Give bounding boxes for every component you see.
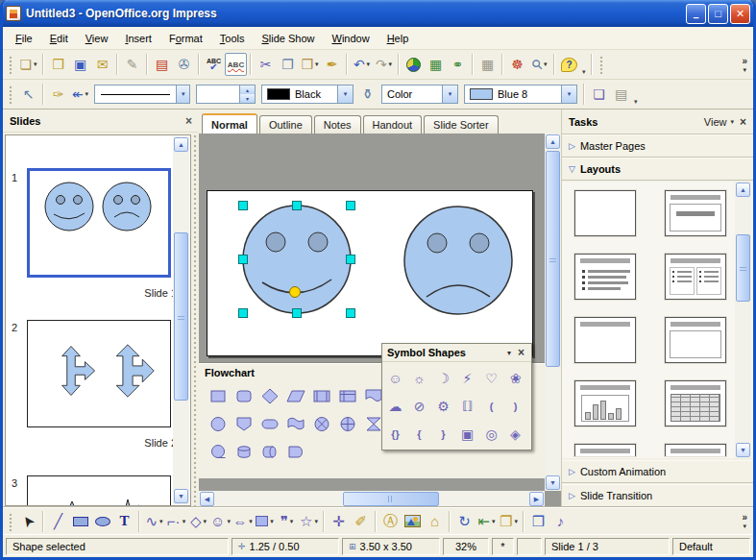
flowchart-delay-icon[interactable] xyxy=(282,437,308,465)
menu-window[interactable]: Window xyxy=(324,30,378,47)
palette-close-icon[interactable]: × xyxy=(516,346,526,359)
line-style-combo[interactable]: ▾ xyxy=(94,85,190,104)
menu-insert[interactable]: Insert xyxy=(116,30,160,47)
zoom-level-field[interactable]: 32% xyxy=(443,538,489,555)
flowchart-sequential-access-icon[interactable] xyxy=(205,437,231,465)
symbol-right-brace-icon[interactable]: } xyxy=(431,420,455,448)
slide-workspace[interactable]: Flowchart xyxy=(199,134,561,507)
flowchart-data-icon[interactable] xyxy=(282,381,308,409)
edit-file-button[interactable]: ✎ xyxy=(121,53,143,76)
rotate-button[interactable]: ↻ xyxy=(453,510,476,533)
width-up-arrow[interactable]: ▴ xyxy=(240,85,255,94)
scroll-left-arrow[interactable]: ◀ xyxy=(200,492,214,506)
spellcheck-button[interactable]: ABC✔ xyxy=(203,53,225,76)
email-button[interactable]: ✉ xyxy=(91,53,113,76)
tab-handout[interactable]: Handout xyxy=(363,115,423,134)
line-color-dropdown[interactable]: ▾ xyxy=(337,85,353,103)
tab-notes[interactable]: Notes xyxy=(314,115,361,134)
stars-tool[interactable]: ☆▾ xyxy=(298,510,320,533)
navigator-button[interactable]: ☸ xyxy=(506,53,528,76)
cut-button[interactable]: ✂ xyxy=(255,53,277,76)
fill-color-combo[interactable]: Blue 8 ▾ xyxy=(464,85,577,104)
scroll-up-arrow[interactable]: ▲ xyxy=(546,134,560,149)
paste-button[interactable]: ❒▾ xyxy=(299,53,321,76)
curve-tool[interactable]: ∿▾ xyxy=(143,510,165,533)
symbol-double-brace-icon[interactable]: {} xyxy=(383,420,407,448)
alignment-button[interactable]: ⇤▾ xyxy=(476,510,498,533)
scroll-up-arrow[interactable]: ▲ xyxy=(736,183,750,197)
symbol-heart-icon[interactable]: ♡ xyxy=(479,364,503,392)
slide-2-thumbnail[interactable] xyxy=(27,320,171,427)
line-tool[interactable]: ╱ xyxy=(47,510,69,533)
arrange-button[interactable]: ❐▾ xyxy=(498,510,520,533)
menu-file[interactable]: File xyxy=(7,30,41,47)
flowchart-summing-junction-icon[interactable] xyxy=(308,409,334,437)
fill-style-button[interactable]: ⚱ xyxy=(356,83,378,106)
section-slide-transition[interactable]: ▷ Slide Transition xyxy=(562,484,753,507)
arrow-style-button[interactable]: ↞▾ xyxy=(69,83,91,106)
toolbar-options-arrow[interactable]: ▾ xyxy=(634,98,638,106)
toolbar-overflow[interactable]: »▾ xyxy=(742,57,747,73)
tab-outline[interactable]: Outline xyxy=(259,115,312,134)
flowchart-tool[interactable]: ▾ xyxy=(254,510,276,533)
fontwork-button[interactable]: Ⓐ xyxy=(379,510,402,533)
flowchart-process-icon[interactable] xyxy=(205,381,231,409)
chart-button[interactable] xyxy=(402,53,425,76)
line-color-combo[interactable]: Black ▾ xyxy=(261,85,354,104)
panel-splitter[interactable] xyxy=(192,134,199,507)
title-bar[interactable]: Untitled3 - OpenOffice.org Impress – □ ✕ xyxy=(0,0,756,27)
hyperlink-button[interactable]: ⚭ xyxy=(447,53,469,76)
format-paintbrush-button[interactable]: ✒ xyxy=(321,53,343,76)
flowchart-alternate-process-icon[interactable] xyxy=(231,381,256,409)
copy-button[interactable]: ❐ xyxy=(277,53,299,76)
toolbar-overflow[interactable]: »▾ xyxy=(742,513,747,529)
symbol-lightning-icon[interactable]: ⚡ xyxy=(455,364,479,392)
line-width-spinner[interactable]: ▴▾ xyxy=(196,85,256,104)
layout-option-title-table[interactable] xyxy=(665,380,726,426)
symbol-left-brace-icon[interactable]: { xyxy=(407,420,431,448)
symbol-flower-icon[interactable]: ❀ xyxy=(503,364,527,392)
flowchart-decision-icon[interactable] xyxy=(256,381,282,409)
tasks-view-dropdown-icon[interactable]: ▾ xyxy=(730,118,734,126)
close-button[interactable]: ✕ xyxy=(730,4,750,24)
menu-view[interactable]: View xyxy=(77,30,117,47)
page-style-field[interactable]: Default xyxy=(672,538,750,555)
symbol-square-bevel-icon[interactable]: ▣ xyxy=(455,420,479,448)
flowchart-or-icon[interactable] xyxy=(334,409,360,437)
layout-option-two-content[interactable] xyxy=(665,254,726,300)
layout-option-partial[interactable] xyxy=(574,444,636,456)
scrollbar-thumb[interactable] xyxy=(174,232,188,401)
flowchart-predefined-process-icon[interactable] xyxy=(308,381,334,409)
layout-option-title-slide[interactable] xyxy=(665,190,726,236)
scrollbar-thumb[interactable] xyxy=(343,492,439,506)
edit-points-mode-button[interactable]: ↖ xyxy=(17,83,39,106)
flowchart-terminator-icon[interactable] xyxy=(256,409,282,437)
scroll-right-arrow[interactable]: ▶ xyxy=(529,492,544,506)
open-button[interactable]: ❒ xyxy=(47,53,69,76)
minimize-button[interactable]: – xyxy=(686,4,706,24)
toolbar-grip[interactable] xyxy=(8,512,14,531)
symbol-octagon-bevel-icon[interactable]: ◎ xyxy=(479,420,503,448)
section-master-pages[interactable]: ▷ Master Pages xyxy=(562,134,753,158)
toolbar-options-arrow[interactable]: ▾ xyxy=(582,68,586,76)
menu-slideshow[interactable]: Slide Show xyxy=(253,30,323,47)
fill-type-dropdown[interactable]: ▾ xyxy=(442,85,457,103)
text-tool[interactable]: T xyxy=(113,510,135,533)
slide-page[interactable] xyxy=(207,190,533,356)
callouts-tool[interactable]: ❞▾ xyxy=(276,510,298,533)
layout-option-title-chart[interactable] xyxy=(574,380,636,426)
shadow-button[interactable]: ❏ xyxy=(588,83,610,106)
display-grid-button[interactable]: ▦ xyxy=(476,53,499,76)
canvas-horizontal-scrollbar[interactable]: ◀ ▶ xyxy=(199,491,545,507)
tab-slide-sorter[interactable]: Slide Sorter xyxy=(424,115,498,134)
scroll-up-arrow[interactable]: ▲ xyxy=(174,137,188,152)
animation-effects-button[interactable]: ♪ xyxy=(549,510,572,533)
toolbar-grip[interactable] xyxy=(8,55,14,74)
width-down-arrow[interactable]: ▾ xyxy=(240,94,255,103)
flowchart-direct-access-storage-icon[interactable] xyxy=(256,437,282,465)
symbol-right-bracket-icon[interactable]: ) xyxy=(503,392,527,420)
edit-points-button[interactable]: ✛ xyxy=(328,510,350,533)
slides-panel-close-icon[interactable]: × xyxy=(185,114,192,128)
block-arrows-tool[interactable]: ⇔▾ xyxy=(232,510,254,533)
symbol-left-bracket-icon[interactable]: ( xyxy=(479,392,503,420)
